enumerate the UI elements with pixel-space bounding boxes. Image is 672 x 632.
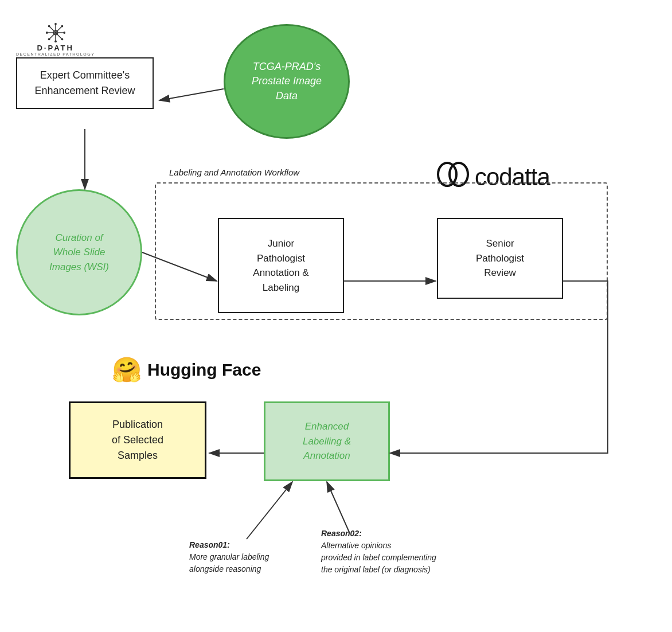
junior-label: JuniorPathologistAnnotation &Labeling (253, 238, 308, 293)
svg-line-22 (247, 482, 292, 539)
publication-label: Publicationof SelectedSamples (112, 419, 163, 461)
dpath-logo-icon (45, 22, 67, 44)
reason02-title: Reason02: (321, 529, 362, 538)
tcga-label: TCGA-PRAD'sProstate ImageData (246, 54, 327, 109)
svg-point-8 (48, 25, 50, 28)
hugging-face-section: 🤗 Hugging Face (112, 356, 261, 384)
senior-pathologist-box: SeniorPathologistReview (437, 218, 563, 299)
dpath-logo: D·PATH DECENTRALIZED PATHOLOGY (16, 22, 95, 56)
senior-label: SeniorPathologistReview (476, 238, 524, 278)
curation-label: Curation ofWhole SlideImages (WSI) (44, 225, 115, 280)
hugging-face-label: Hugging Face (147, 360, 261, 380)
dpath-name: D·PATH (37, 44, 73, 52)
svg-point-9 (61, 38, 63, 41)
enhanced-labelling-box: EnhancedLabelling &Annotation (264, 401, 390, 481)
diagram-container: D·PATH DECENTRALIZED PATHOLOGY TCGA-PRAD… (0, 0, 672, 632)
svg-line-17 (159, 89, 224, 100)
svg-point-7 (63, 32, 65, 34)
reason02-text: Reason02: Alternative opinionsprovided i… (321, 528, 436, 576)
workflow-label: Labeling and Annotation Workflow (169, 167, 299, 177)
svg-line-23 (327, 482, 350, 533)
svg-point-5 (54, 40, 57, 42)
tcga-circle: TCGA-PRAD'sProstate ImageData (224, 24, 350, 139)
curation-circle: Curation ofWhole SlideImages (WSI) (16, 189, 142, 315)
svg-point-11 (48, 38, 50, 41)
expert-committee-box: Expert Committee's Enhancement Review (16, 57, 154, 109)
junior-pathologist-box: JuniorPathologistAnnotation &Labeling (218, 218, 344, 313)
reason01-text: Reason01: More granular labelingalongsid… (189, 539, 269, 575)
enhanced-label: EnhancedLabelling &Annotation (303, 421, 351, 461)
dpath-subtitle: DECENTRALIZED PATHOLOGY (16, 52, 95, 56)
svg-point-4 (54, 23, 57, 25)
reason01-title: Reason01: (189, 540, 230, 549)
expert-label: Expert Committee's Enhancement Review (34, 69, 135, 96)
reason02-body: Alternative opinionsprovided in label co… (321, 541, 436, 574)
svg-point-6 (46, 32, 48, 34)
publication-box: Publicationof SelectedSamples (69, 401, 206, 479)
hugging-face-emoji: 🤗 (112, 356, 142, 384)
svg-point-10 (61, 25, 63, 28)
reason01-body: More granular labelingalongside reasonin… (189, 552, 269, 574)
